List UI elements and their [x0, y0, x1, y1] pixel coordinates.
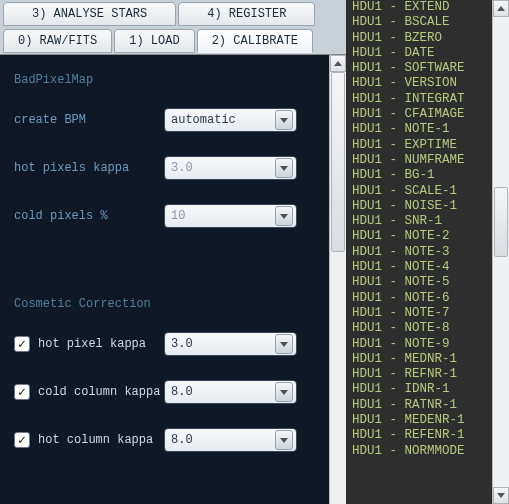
- hdu-line: HDU1 - NOTE-4: [352, 260, 486, 275]
- hdu-line: HDU1 - EXTEND: [352, 0, 486, 15]
- hdu-line: HDU1 - IDNR-1: [352, 382, 486, 397]
- dropdown-hot-column-kappa-value: 8.0: [171, 433, 275, 447]
- dropdown-cold-pixels-pct[interactable]: 10: [164, 204, 297, 228]
- hdu-line: HDU1 - DATE: [352, 46, 486, 61]
- checkbox-icon: ✓: [14, 384, 30, 400]
- hdu-line: HDU1 - MEDNR-1: [352, 352, 486, 367]
- tab-load[interactable]: 1) LOAD: [114, 29, 194, 53]
- right-scrollbar[interactable]: [492, 0, 509, 504]
- tab-raw-fits[interactable]: 0) RAW/FITS: [3, 29, 112, 53]
- hdu-line: HDU1 - NORMMODE: [352, 444, 486, 459]
- hdu-line: HDU1 - INTEGRAT: [352, 92, 486, 107]
- hdu-line: HDU1 - EXPTIME: [352, 138, 486, 153]
- check-cold-column-kappa[interactable]: ✓ cold column kappa: [14, 384, 164, 400]
- dropdown-hot-column-kappa[interactable]: 8.0: [164, 428, 297, 452]
- label-hot-pixels-kappa: hot pixels kappa: [14, 161, 164, 175]
- checkbox-icon: ✓: [14, 432, 30, 448]
- dropdown-hot-pixel-kappa-value: 3.0: [171, 337, 275, 351]
- hdu-line: HDU1 - SNR-1: [352, 214, 486, 229]
- tab-calibrate[interactable]: 2) CALIBRATE: [197, 29, 313, 53]
- chevron-down-icon: [275, 158, 293, 178]
- hdu-line: HDU1 - SOFTWARE: [352, 61, 486, 76]
- hdu-line: HDU1 - NUMFRAME: [352, 153, 486, 168]
- scroll-up-icon[interactable]: [330, 55, 346, 72]
- hdu-line: HDU1 - REFNR-1: [352, 367, 486, 382]
- label-create-bpm: create BPM: [14, 113, 164, 127]
- hdu-line: HDU1 - CFAIMAGE: [352, 107, 486, 122]
- scroll-thumb[interactable]: [331, 72, 345, 252]
- label-cold-pixels-pct: cold pixels %: [14, 209, 164, 223]
- hdu-line: HDU1 - NOTE-8: [352, 321, 486, 336]
- dropdown-cold-pixels-pct-value: 10: [171, 209, 275, 223]
- label-hot-column-kappa: hot column kappa: [38, 433, 153, 447]
- hdu-line: HDU1 - SCALE-1: [352, 184, 486, 199]
- tab-row-lower: 0) RAW/FITS 1) LOAD 2) CALIBRATE: [0, 27, 346, 54]
- row-create-bpm: create BPM automatic: [14, 107, 315, 133]
- hdu-line: HDU1 - REFENR-1: [352, 428, 486, 443]
- hdu-line: HDU1 - BSCALE: [352, 15, 486, 30]
- tab-analyse-stars[interactable]: 3) ANALYSE STARS: [3, 2, 176, 26]
- hdu-line: HDU1 - NOTE-3: [352, 245, 486, 260]
- section-badpixelmap: BadPixelMap: [14, 73, 315, 87]
- chevron-down-icon: [275, 382, 293, 402]
- calibrate-panel: BadPixelMap create BPM automatic hot pix…: [0, 55, 329, 504]
- hdu-line: HDU1 - NOTE-7: [352, 306, 486, 321]
- hdu-line: HDU1 - BZERO: [352, 31, 486, 46]
- hdu-line: HDU1 - NOTE-1: [352, 122, 486, 137]
- row-cold-column-kappa: ✓ cold column kappa 8.0: [14, 379, 315, 405]
- hdu-line: HDU1 - RATNR-1: [352, 398, 486, 413]
- scroll-track[interactable]: [493, 17, 509, 487]
- chevron-down-icon: [275, 430, 293, 450]
- scroll-thumb[interactable]: [494, 187, 508, 257]
- hdu-line: HDU1 - NOTE-2: [352, 229, 486, 244]
- hdu-line: HDU1 - BG-1: [352, 168, 486, 183]
- label-cold-column-kappa: cold column kappa: [38, 385, 160, 399]
- dropdown-cold-column-kappa-value: 8.0: [171, 385, 275, 399]
- dropdown-create-bpm-value: automatic: [171, 113, 275, 127]
- scroll-up-icon[interactable]: [493, 0, 509, 17]
- dropdown-hot-pixel-kappa[interactable]: 3.0: [164, 332, 297, 356]
- left-pane: 3) ANALYSE STARS 4) REGISTER 0) RAW/FITS…: [0, 0, 346, 504]
- hdu-line: HDU1 - VERSION: [352, 76, 486, 91]
- checkbox-icon: ✓: [14, 336, 30, 352]
- check-hot-column-kappa[interactable]: ✓ hot column kappa: [14, 432, 164, 448]
- label-hot-pixel-kappa: hot pixel kappa: [38, 337, 146, 351]
- calibrate-panel-wrap: BadPixelMap create BPM automatic hot pix…: [0, 55, 346, 504]
- hdu-line: HDU1 - NOISE-1: [352, 199, 486, 214]
- row-cold-pixels-pct: cold pixels % 10: [14, 203, 315, 229]
- scroll-down-icon[interactable]: [493, 487, 509, 504]
- hdu-line: HDU1 - NOTE-9: [352, 337, 486, 352]
- row-hot-column-kappa: ✓ hot column kappa 8.0: [14, 427, 315, 453]
- hdu-line: HDU1 - NOTE-6: [352, 291, 486, 306]
- hdu-line: HDU1 - MEDENR-1: [352, 413, 486, 428]
- dropdown-cold-column-kappa[interactable]: 8.0: [164, 380, 297, 404]
- hdu-header-list: HDU1 - EXTENDHDU1 - BSCALEHDU1 - BZEROHD…: [346, 0, 492, 504]
- tab-register[interactable]: 4) REGISTER: [178, 2, 315, 26]
- dropdown-hot-pixels-kappa[interactable]: 3.0: [164, 156, 297, 180]
- row-hot-pixel-kappa: ✓ hot pixel kappa 3.0: [14, 331, 315, 357]
- tab-row-upper: 3) ANALYSE STARS 4) REGISTER: [0, 0, 346, 27]
- dropdown-create-bpm[interactable]: automatic: [164, 108, 297, 132]
- chevron-down-icon: [275, 334, 293, 354]
- left-scrollbar[interactable]: [329, 55, 346, 504]
- tab-bar: 3) ANALYSE STARS 4) REGISTER 0) RAW/FITS…: [0, 0, 346, 55]
- scroll-track[interactable]: [330, 72, 346, 504]
- row-hot-pixels-kappa: hot pixels kappa 3.0: [14, 155, 315, 181]
- chevron-down-icon: [275, 110, 293, 130]
- dropdown-hot-pixels-kappa-value: 3.0: [171, 161, 275, 175]
- chevron-down-icon: [275, 206, 293, 226]
- section-cosmetic: Cosmetic Correction: [14, 297, 315, 311]
- hdu-line: HDU1 - NOTE-5: [352, 275, 486, 290]
- check-hot-pixel-kappa[interactable]: ✓ hot pixel kappa: [14, 336, 164, 352]
- right-pane: HDU1 - EXTENDHDU1 - BSCALEHDU1 - BZEROHD…: [346, 0, 509, 504]
